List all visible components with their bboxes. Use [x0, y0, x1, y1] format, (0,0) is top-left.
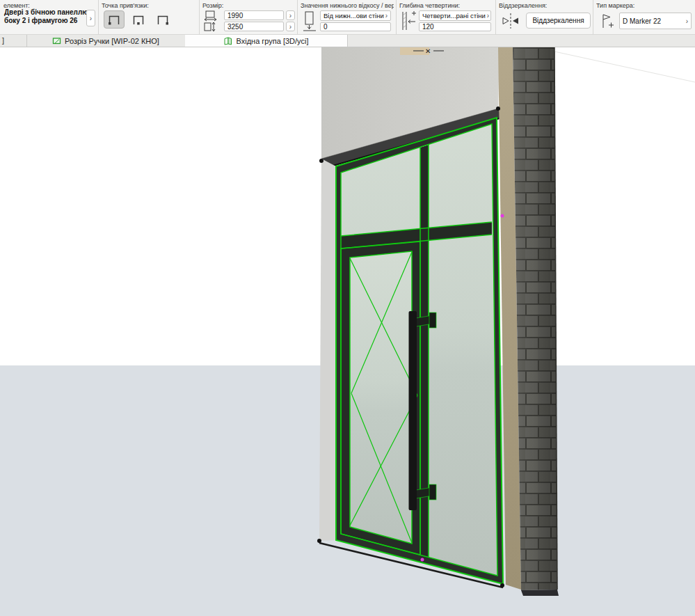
element-flyout-chevron[interactable]: ›	[86, 10, 95, 26]
sill-reference-select[interactable]: Від нижн...ови стіни ›	[320, 10, 391, 21]
marker-type-select[interactable]: D Marker 22 ›	[619, 13, 692, 29]
element-name: Двері з бічною панеллю з боку 2 і фрамуг…	[4, 8, 94, 25]
reveal-reference-select[interactable]: Четверти...рані стіни ›	[419, 10, 491, 21]
anchor-left-button[interactable]	[104, 10, 125, 29]
chevron-down-icon: ›	[686, 17, 688, 25]
height-chevron[interactable]: ›	[286, 22, 295, 31]
sill-value-input[interactable]	[320, 22, 391, 31]
tab-label: Розріз Ручки [WIP-02 КНО]	[65, 37, 159, 45]
door-assembly[interactable]	[319, 118, 503, 587]
marker-type-icon	[597, 12, 616, 30]
section-mirror: Віддзеркалення: Віддзеркалення	[495, 0, 593, 35]
height-input[interactable]	[224, 22, 284, 31]
width-input[interactable]	[224, 10, 284, 20]
marker-type-value: D Marker 22	[623, 17, 661, 25]
reveal-depth-icon	[399, 10, 417, 33]
reveal-reference-value: Четверти...рані стіни	[422, 12, 486, 19]
hotspot-mullion-bottom[interactable]	[421, 558, 424, 562]
scene-3d: ✕	[0, 47, 695, 616]
reveal-depth-label: Глибина четвертини:	[399, 2, 460, 9]
sill-icon	[301, 10, 318, 33]
door-leaf-glass[interactable]	[350, 251, 412, 544]
hotspot-top-left[interactable]	[319, 159, 323, 163]
section-reveal-depth: Глибина четвертини: Четверти...рані стін…	[396, 0, 495, 35]
info-box-toolbar: елемент: Двері з бічною панеллю з боку 2…	[0, 0, 695, 35]
tab-separator	[347, 35, 348, 47]
anchor-left-icon	[107, 14, 121, 26]
hotspot-bottom-right[interactable]	[500, 583, 504, 587]
section-view-icon	[52, 36, 61, 45]
anchor-point-label: Точка прив'язки:	[102, 2, 149, 9]
handle-plate-top	[429, 313, 436, 328]
anchor-right-button[interactable]	[152, 10, 173, 29]
section-size: Розмір: › ›	[199, 0, 297, 35]
mirror-button[interactable]: Віддзеркалення	[526, 13, 591, 29]
archicad-window: { "ui": { "chevron": "›" }, "toolbar": {…	[0, 0, 695, 616]
hotspot-bottom-left[interactable]	[317, 539, 321, 543]
section-marker-type: Тип маркера: D Marker 22 ›	[593, 0, 695, 35]
anchor-center-icon	[131, 14, 145, 26]
brick-base	[521, 590, 559, 596]
sill-label: Значення нижнього відкосу / верхнь...	[301, 2, 394, 9]
marker-x-symbol: ✕	[425, 47, 431, 55]
handle-plate-bottom	[429, 484, 436, 500]
reveal-depth-input[interactable]	[419, 22, 491, 31]
tab-section-handles[interactable]: Розріз Ручки [WIP-02 КНО]	[26, 35, 185, 47]
hotspot-top-right[interactable]	[496, 106, 500, 111]
section-sill-value: Значення нижнього відкосу / верхнь... Ві…	[297, 0, 396, 35]
tab-overflow-fragment[interactable]: ]	[2, 36, 4, 45]
mirror-icon	[500, 12, 522, 30]
size-label: Розмір:	[202, 2, 223, 9]
mirror-label: Віддзеркалення:	[499, 2, 547, 9]
width-chevron[interactable]: ›	[286, 10, 295, 20]
anchor-center-button[interactable]	[128, 10, 149, 29]
sill-reference-value: Від нижн...ови стіни	[323, 12, 384, 19]
marker-type-label: Тип маркера:	[596, 2, 634, 9]
chevron-down-icon: ›	[385, 12, 388, 19]
section-anchor-point: Точка прив'язки:	[98, 0, 199, 35]
left-jamb[interactable]	[319, 159, 336, 541]
tab-bar: ] Розріз Ручки [WIP-02 КНО] Вхідна група…	[0, 35, 695, 47]
handle-bar	[409, 311, 417, 510]
viewport-3d[interactable]: ✕	[0, 47, 695, 616]
tab-entrance-group-3d[interactable]: Вхідна група [3D/усі]	[185, 35, 347, 47]
anchor-right-icon	[156, 14, 170, 26]
hotspot-edge-right[interactable]	[501, 214, 504, 218]
tab-label: Вхідна група [3D/усі]	[236, 37, 308, 45]
section-element: елемент: Двері з бічною панеллю з боку 2…	[0, 0, 98, 35]
chevron-down-icon: ›	[487, 12, 489, 19]
view-3d-icon	[223, 36, 232, 45]
size-icon	[202, 10, 221, 33]
